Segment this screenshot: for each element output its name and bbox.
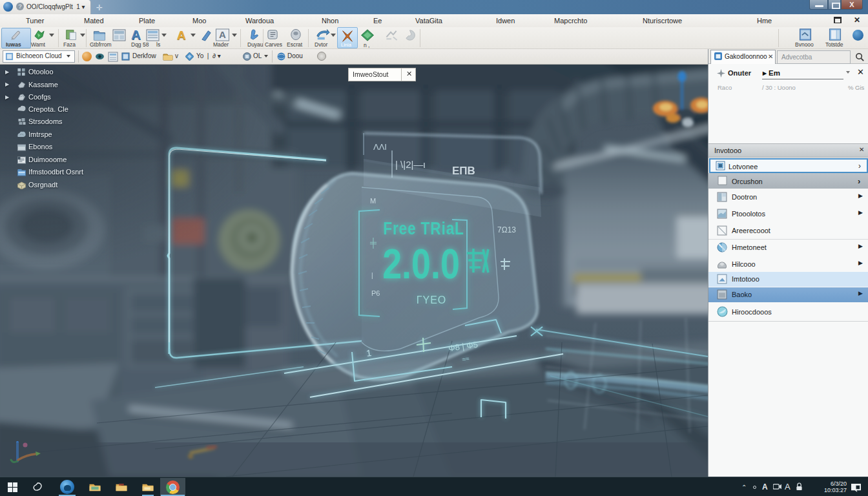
svg-text:A: A [219,29,226,40]
